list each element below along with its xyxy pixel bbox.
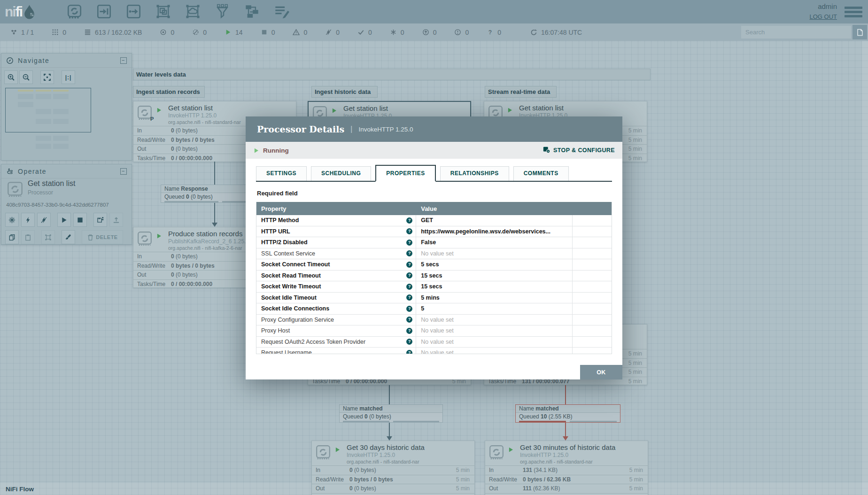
minimap-block <box>36 90 51 92</box>
hand-icon <box>6 168 14 175</box>
flow-definition-button[interactable] <box>93 213 107 227</box>
properties-rows: HTTP Method?GETHTTP URL?https://www.pege… <box>256 215 612 354</box>
drag-label[interactable] <box>274 4 290 20</box>
selected-component-name: Get station list <box>28 179 75 188</box>
property-value: No value set <box>416 248 573 259</box>
properties-table: Property Value HTTP Method?GETHTTP URL?h… <box>256 202 612 354</box>
help-icon[interactable]: ? <box>406 240 412 246</box>
stat-row-in: In0 (0 bytes)5 min <box>312 465 474 475</box>
tab-settings[interactable]: SETTINGS <box>256 166 307 181</box>
property-row-socket-connect-timeout: Socket Connect Timeout?5 secs <box>256 259 612 271</box>
property-value: No value set <box>416 348 573 354</box>
property-name: HTTP/2 Disabled? <box>256 237 416 248</box>
tab-comments[interactable]: COMMENTS <box>513 166 569 181</box>
property-value: No value set <box>416 325 573 336</box>
drag-input-port[interactable] <box>96 4 112 20</box>
zoom-in-button[interactable] <box>4 70 18 84</box>
enable-button[interactable] <box>21 213 35 227</box>
configure-button[interactable] <box>5 213 19 227</box>
help-icon[interactable]: ? <box>406 339 412 345</box>
running-icon <box>507 107 513 113</box>
navigate-panel: Navigate − |:| <box>1 53 132 161</box>
help-icon[interactable]: ? <box>406 250 412 256</box>
locally-modified-stale-icon <box>454 29 461 36</box>
stop-button[interactable] <box>73 213 87 227</box>
help-icon[interactable]: ? <box>406 306 412 312</box>
help-icon[interactable]: ? <box>406 228 412 234</box>
navigate-collapse-button[interactable]: − <box>120 57 127 64</box>
drag-template[interactable] <box>244 4 260 20</box>
drag-remote-process-group[interactable] <box>185 4 201 20</box>
canvas-label-ingest-historic-data[interactable]: Ingest historic data <box>311 86 378 98</box>
copy-icon <box>8 234 16 241</box>
help-icon[interactable]: ? <box>406 284 412 290</box>
drag-process-group[interactable] <box>155 4 171 20</box>
help-icon[interactable]: ? <box>406 350 412 354</box>
sync-failure-icon: ? <box>487 29 494 36</box>
breadcrumb[interactable]: NiFi Flow <box>6 486 34 493</box>
canvas-label-stream-real-time-data[interactable]: Stream real-time data <box>485 86 557 98</box>
help-icon[interactable]: ? <box>406 328 412 334</box>
zoom-fit-button[interactable] <box>40 70 54 84</box>
invalid-icon <box>293 29 300 36</box>
logout-link[interactable]: LOG OUT <box>809 13 837 21</box>
processor-get-30-days-historic-data[interactable]: Get 30 days historic dataInvokeHTTP 1.25… <box>311 441 475 495</box>
help-icon[interactable]: ? <box>406 294 412 301</box>
connection-matched[interactable]: Name matchedQueued 10 (2.55 KB) <box>515 404 620 423</box>
connection-queued: Queued 0 (0 bytes) <box>340 413 442 421</box>
status-sync-failure: ?0 <box>487 29 501 36</box>
zoom-out-button[interactable] <box>19 70 33 84</box>
last-refresh[interactable]: 16:07:48 UTC <box>530 29 582 36</box>
canvas-label-water-levels-data[interactable]: Water levels data <box>133 69 651 80</box>
start-button[interactable] <box>57 213 71 227</box>
ok-button[interactable]: OK <box>580 365 622 379</box>
status-locally-modified-stale: 0 <box>454 29 469 36</box>
tab-properties[interactable]: PROPERTIES <box>375 165 435 182</box>
navigate-buttons: |:| <box>1 68 132 87</box>
processor-get-30-minutes-of-historic-data[interactable]: Get 30 minutes of historic dataInvokeHTT… <box>485 441 648 495</box>
change-color-button[interactable] <box>62 230 75 244</box>
tab-scheduling[interactable]: SCHEDULING <box>311 166 371 181</box>
help-icon[interactable]: ? <box>406 262 412 268</box>
copy-button[interactable] <box>5 230 19 244</box>
status-not-transmitting-count: 0 <box>203 29 207 36</box>
status-running-count: 14 <box>235 29 243 36</box>
selected-processor-icon <box>7 181 23 199</box>
canvas-label-ingest-station-records[interactable]: Ingest station records <box>133 86 205 98</box>
group-button <box>41 230 55 244</box>
bulletin-board-button[interactable] <box>852 25 867 39</box>
refresh-icon[interactable] <box>530 29 537 36</box>
row-spacer <box>573 248 612 259</box>
property-name: Request OAuth2 Access Token Provider? <box>256 337 416 348</box>
property-value: 5 mins <box>416 293 573 303</box>
property-value: 15 secs <box>416 281 573 292</box>
search-input[interactable] <box>741 26 851 39</box>
drag-output-port[interactable] <box>126 4 142 20</box>
stop-and-configure-button[interactable]: STOP & CONFIGURE <box>543 146 615 155</box>
tab-relationships[interactable]: RELATIONSHIPS <box>440 166 509 181</box>
status-locally-modified-stale-count: 0 <box>465 29 469 36</box>
minimap-block <box>18 94 33 99</box>
drag-processor[interactable] <box>67 4 83 20</box>
processor-name: Get 30 days historic data <box>347 443 425 451</box>
connection-matched[interactable]: Name matchedQueued 0 (0 bytes) <box>339 404 443 423</box>
help-icon[interactable]: ? <box>406 317 412 323</box>
help-icon[interactable]: ? <box>406 217 412 224</box>
processor-icon <box>137 231 152 246</box>
help-icon[interactable]: ? <box>406 272 412 278</box>
locally-modified-icon <box>390 29 397 36</box>
property-name: Socket Read Timeout? <box>256 271 416 281</box>
stat-row-read-write: Read/Write0 bytes / 62.36 KB5 min <box>485 475 648 484</box>
running-status-icon <box>253 147 259 154</box>
processor-type: PublishKafkaRecord_2_6 1.25.0 <box>168 238 249 245</box>
property-name: Proxy Configuration Service? <box>256 315 416 325</box>
drag-funnel[interactable] <box>215 4 231 20</box>
stat-row-tasks-time: Tasks/Time131 / 00:00:06.6975 min <box>485 493 648 495</box>
actual-size-button[interactable]: |:| <box>62 70 75 84</box>
disable-button[interactable] <box>37 213 51 227</box>
dialog-component-type: InvokeHTTP 1.25.0 <box>359 126 413 133</box>
operate-collapse-button[interactable]: − <box>120 168 127 175</box>
birdseye-minimap[interactable] <box>1 85 132 160</box>
property-row-proxy-host: Proxy Host?No value set <box>256 325 612 337</box>
global-menu-button[interactable] <box>845 5 862 19</box>
